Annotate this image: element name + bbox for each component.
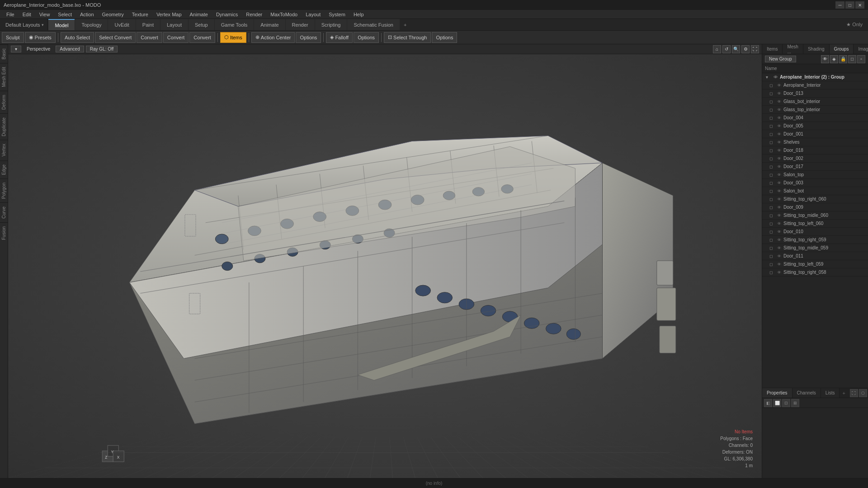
tree-item-10[interactable]: ◻ 👁 Door_017 — [762, 163, 868, 171]
viewport-icon-rotate[interactable]: ↺ — [722, 45, 731, 53]
tab-paint[interactable]: Paint — [136, 19, 160, 30]
vis-16[interactable]: 👁 — [777, 213, 783, 218]
sidebar-tab-vertex[interactable]: Vertex — [0, 140, 8, 160]
tree-item-18[interactable]: ◻ 👁 Door_010 — [762, 228, 868, 236]
vis-17[interactable]: 👁 — [777, 221, 783, 226]
tree-item-4[interactable]: ◻ 👁 Door_004 — [762, 114, 868, 122]
lr-icon-3[interactable]: ⊡ — [782, 399, 790, 407]
convert4-button[interactable]: Convert — [189, 32, 215, 43]
maximize-button[interactable]: □ — [845, 1, 854, 9]
tree-group-aeroplane-interior[interactable]: ▾ 👁 Aeroplane_Interior (2) : Group — [762, 73, 868, 81]
menu-view[interactable]: View — [36, 11, 54, 18]
tree-item-22[interactable]: ◻ 👁 Sitting_top_left_059 — [762, 260, 868, 268]
items-button[interactable]: ⬡ Items — [220, 32, 246, 43]
falloff-button[interactable]: ◈ Falloff — [326, 32, 353, 43]
vis-5[interactable]: 👁 — [777, 124, 783, 128]
vis-13[interactable]: 👁 — [777, 189, 783, 193]
layouts-dropdown[interactable]: Default Layouts ▾ — [2, 19, 48, 30]
tree-item-13[interactable]: ◻ 👁 Salon_bot — [762, 187, 868, 195]
sidebar-tab-mesh-edit[interactable]: Mesh Edit — [0, 63, 8, 90]
menu-system[interactable]: System — [325, 11, 349, 18]
viewport-canvas[interactable]: Z Y X No Items Polygons : Face Channels:… — [8, 54, 762, 478]
menu-dynamics[interactable]: Dynamics — [212, 11, 241, 18]
tree-item-3[interactable]: ◻ 👁 Glass_top_interior — [762, 106, 868, 114]
sidebar-tab-deform[interactable]: Deform — [0, 91, 8, 113]
tab-plus[interactable]: + — [400, 19, 410, 30]
group-eye-icon[interactable]: 👁 — [821, 55, 829, 63]
sidebar-tab-curve[interactable]: Curve — [0, 202, 8, 222]
lower-tab-plus[interactable]: + — [840, 388, 848, 398]
lower-tab-channels[interactable]: Channels — [793, 388, 821, 398]
tree-vis-icon[interactable]: 👁 — [774, 75, 779, 80]
vis-15[interactable]: 👁 — [777, 205, 783, 210]
minimize-button[interactable]: ─ — [835, 1, 844, 9]
lower-tab-lists[interactable]: Lists — [821, 388, 840, 398]
tree-item-6[interactable]: ◻ 👁 Door_001 — [762, 130, 868, 138]
menu-help[interactable]: Help — [350, 11, 368, 18]
vis-1[interactable]: 👁 — [777, 91, 783, 96]
tab-topology[interactable]: Topology — [75, 19, 108, 30]
options3-button[interactable]: Options — [432, 32, 457, 43]
sidebar-tab-edge[interactable]: Edge — [0, 160, 8, 178]
convert3-button[interactable]: Convert — [163, 32, 189, 43]
select-convert-button[interactable]: Select Convert — [95, 32, 136, 43]
vis-4[interactable]: 👁 — [777, 116, 783, 120]
tab-model[interactable]: Model — [48, 19, 75, 30]
menu-render[interactable]: Render — [242, 11, 266, 18]
tree-item-21[interactable]: ◻ 👁 Door_011 — [762, 252, 868, 260]
tree-item-0[interactable]: ◻ 👁 Aeroplane_Interior — [762, 81, 868, 89]
tree-item-8[interactable]: ◻ 👁 Door_018 — [762, 146, 868, 155]
tree-item-2[interactable]: ◻ 👁 Glass_bot_interior — [762, 98, 868, 106]
tree-item-7[interactable]: ◻ 👁 Shelves — [762, 138, 868, 146]
menu-select[interactable]: Select — [54, 11, 75, 18]
tab-schematic[interactable]: Schematic Fusion — [347, 19, 399, 30]
lr-icon-1[interactable]: ◧ — [764, 399, 772, 407]
tree-item-23[interactable]: ◻ 👁 Sitting_top_right_058 — [762, 268, 868, 277]
group-render-icon[interactable]: ◈ — [830, 55, 838, 63]
scene-tree[interactable]: ▾ 👁 Aeroplane_Interior (2) : Group ◻ 👁 A… — [762, 73, 868, 388]
sculpt-button[interactable]: Sculpt — [2, 32, 24, 43]
viewport-icon-expand[interactable]: ⛶ — [751, 45, 759, 53]
viewport-icon-settings[interactable]: ⚙ — [741, 45, 750, 53]
vis-3[interactable]: 👁 — [777, 108, 783, 112]
tree-item-15[interactable]: ◻ 👁 Door_009 — [762, 203, 868, 211]
lower-expand-icon[interactable]: ⛶ — [850, 389, 858, 397]
menu-geometry[interactable]: Geometry — [99, 11, 127, 18]
vis-10[interactable]: 👁 — [777, 164, 783, 169]
group-small-icon[interactable]: ▫ — [857, 55, 865, 63]
vis-19[interactable]: 👁 — [777, 238, 783, 242]
tree-item-1[interactable]: ◻ 👁 Door_013 — [762, 89, 868, 98]
sidebar-tab-fusion[interactable]: Fusion — [0, 222, 8, 244]
lr-icon-4[interactable]: ⊞ — [791, 399, 799, 407]
vis-14[interactable]: 👁 — [777, 197, 783, 202]
tree-item-16[interactable]: ◻ 👁 Sitting_top_midle_060 — [762, 211, 868, 220]
new-group-button[interactable]: New Group — [765, 56, 796, 62]
tree-item-19[interactable]: ◻ 👁 Sitting_top_right_059 — [762, 236, 868, 244]
presets-button[interactable]: ◉ Presets — [25, 32, 56, 43]
tree-item-12[interactable]: ◻ 👁 Door_003 — [762, 179, 868, 187]
close-button[interactable]: ✕ — [855, 1, 864, 9]
group-lock-icon[interactable]: 🔒 — [839, 55, 847, 63]
vis-22[interactable]: 👁 — [777, 262, 783, 267]
right-tab-shading[interactable]: Shading — [803, 44, 830, 54]
menu-file[interactable]: File — [3, 11, 18, 18]
vis-6[interactable]: 👁 — [777, 132, 783, 136]
tab-uvedit[interactable]: UvEdit — [108, 19, 135, 30]
right-tab-mesh[interactable]: Mesh ... — [783, 44, 803, 54]
group-box-icon[interactable]: □ — [848, 55, 856, 63]
menu-edit[interactable]: Edit — [19, 11, 35, 18]
viewport-icon-home[interactable]: ⌂ — [713, 45, 721, 53]
vis-23[interactable]: 👁 — [777, 270, 783, 275]
viewport-advanced-btn[interactable]: Advanced — [56, 46, 84, 52]
viewport-icon-search[interactable]: 🔍 — [732, 45, 740, 53]
star-only[interactable]: ★ Only — [843, 19, 866, 30]
convert2-button[interactable]: Convert — [137, 32, 162, 43]
tree-item-17[interactable]: ◻ 👁 Sitting_top_left_060 — [762, 220, 868, 228]
vis-8[interactable]: 👁 — [777, 148, 783, 153]
tree-item-14[interactable]: ◻ 👁 Sitting_top_right_060 — [762, 195, 868, 203]
tab-animate[interactable]: Animate — [254, 19, 285, 30]
menu-maxtomodo[interactable]: MaxToModo — [267, 11, 301, 18]
menu-action[interactable]: Action — [76, 11, 98, 18]
sidebar-tab-polygon[interactable]: Polygon — [0, 178, 8, 202]
auto-select-button[interactable]: Auto Select — [61, 32, 94, 43]
